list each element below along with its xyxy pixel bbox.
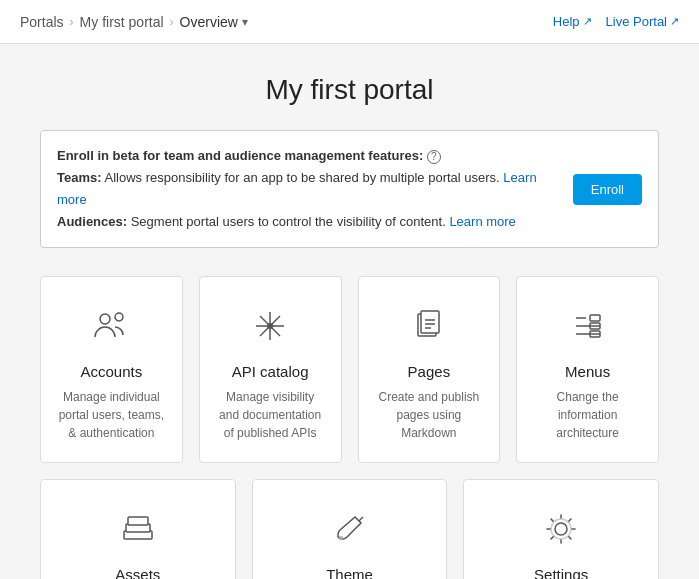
audiences-desc: Segment portal users to control the visi… [131,214,446,229]
enroll-banner: Enroll in beta for team and audience man… [40,130,659,248]
svg-rect-15 [590,315,600,321]
pages-title: Pages [408,363,451,380]
help-link[interactable]: Help ↗ [553,14,592,29]
pages-icon [404,301,454,351]
api-catalog-desc: Manage visibility and documentation of p… [216,388,325,442]
accounts-desc: Manage individual portal users, teams, &… [57,388,166,442]
svg-rect-8 [421,311,439,333]
svg-line-21 [359,517,363,521]
live-portal-link[interactable]: Live Portal ↗ [606,14,679,29]
breadcrumb-dropdown-icon[interactable]: ▾ [242,15,248,29]
pages-desc: Create and publish pages using Markdown [375,388,484,442]
enroll-heading: Enroll in beta for team and audience man… [57,148,423,163]
settings-icon [536,504,586,554]
enroll-text: Enroll in beta for team and audience man… [57,145,557,233]
api-catalog-icon [245,301,295,351]
live-portal-external-icon: ↗ [670,15,679,28]
breadcrumb: Portals › My first portal › Overview ▾ [20,14,248,30]
card-assets[interactable]: Assets Manage images and other assets [40,479,236,579]
audiences-label: Audiences: [57,214,127,229]
menus-icon [563,301,613,351]
teams-label: Teams: [57,170,102,185]
theme-icon [324,504,374,554]
assets-icon [113,504,163,554]
main-content: My first portal Enroll in beta for team … [0,44,699,579]
assets-title: Assets [115,566,160,579]
svg-point-1 [115,313,123,321]
theme-title: Theme [326,566,373,579]
menus-desc: Change the information architecture [533,388,642,442]
header-actions: Help ↗ Live Portal ↗ [553,14,679,29]
breadcrumb-current: Overview ▾ [180,14,248,30]
header: Portals › My first portal › Overview ▾ H… [0,0,699,44]
breadcrumb-portal[interactable]: My first portal [80,14,164,30]
menus-title: Menus [565,363,610,380]
card-settings[interactable]: Settings Custom scripts, domain, email s… [463,479,659,579]
svg-point-24 [551,519,571,539]
api-catalog-title: API catalog [232,363,309,380]
breadcrumb-portals[interactable]: Portals [20,14,64,30]
help-external-icon: ↗ [583,15,592,28]
cards-row-1: Accounts Manage individual portal users,… [40,276,659,463]
svg-point-23 [555,523,567,535]
card-menus[interactable]: Menus Change the information architectur… [516,276,659,463]
cards-row-2: Assets Manage images and other assets Th… [40,479,659,579]
help-tooltip-icon[interactable]: ? [427,150,441,164]
accounts-icon [86,301,136,351]
breadcrumb-sep-2: › [170,15,174,29]
card-accounts[interactable]: Accounts Manage individual portal users,… [40,276,183,463]
breadcrumb-sep-1: › [70,15,74,29]
audiences-learn-more-link[interactable]: Learn more [449,214,515,229]
teams-desc: Allows responsibility for an app to be s… [104,170,499,185]
page-title: My first portal [40,74,659,106]
card-pages[interactable]: Pages Create and publish pages using Mar… [358,276,501,463]
settings-title: Settings [534,566,588,579]
svg-point-22 [339,536,343,540]
svg-point-0 [100,314,110,324]
svg-point-6 [267,323,273,329]
accounts-title: Accounts [81,363,143,380]
card-theme[interactable]: Theme Add style with CSS rules [252,479,448,579]
card-api-catalog[interactable]: API catalog Manage visibility and docume… [199,276,342,463]
svg-rect-20 [128,517,148,525]
enroll-button[interactable]: Enroll [573,174,642,205]
